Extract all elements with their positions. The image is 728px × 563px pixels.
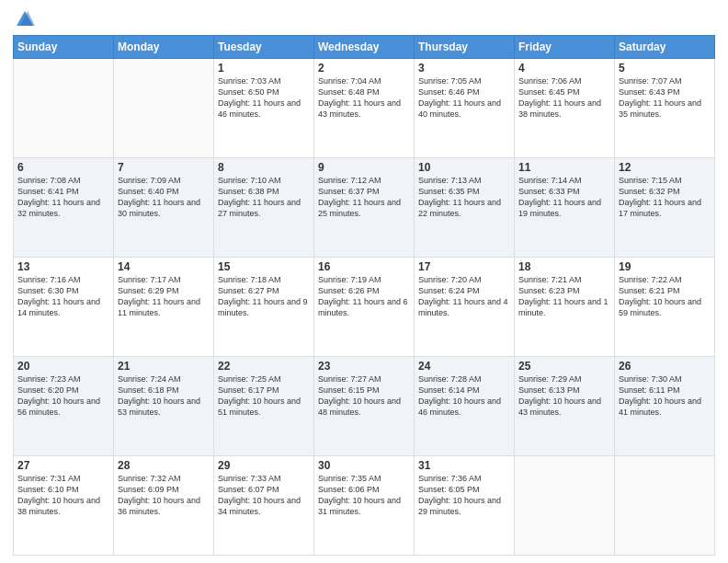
day-info: Sunrise: 7:06 AM Sunset: 6:45 PM Dayligh… [518, 75, 610, 121]
day-number: 8 [218, 161, 310, 174]
header [13, 9, 715, 29]
day-info: Sunrise: 7:08 AM Sunset: 6:41 PM Dayligh… [17, 175, 109, 220]
day-info: Sunrise: 7:14 AM Sunset: 6:33 PM Dayligh… [518, 175, 610, 220]
day-info: Sunrise: 7:13 AM Sunset: 6:35 PM Dayligh… [418, 175, 510, 220]
calendar-cell: 14Sunrise: 7:17 AM Sunset: 6:29 PM Dayli… [114, 258, 214, 357]
day-number: 5 [619, 62, 711, 75]
calendar-cell: 22Sunrise: 7:25 AM Sunset: 6:17 PM Dayli… [214, 357, 314, 456]
calendar-cell: 13Sunrise: 7:16 AM Sunset: 6:30 PM Dayli… [14, 258, 114, 357]
calendar-cell: 21Sunrise: 7:24 AM Sunset: 6:18 PM Dayli… [114, 357, 214, 456]
calendar-day-header: Friday [515, 36, 615, 59]
calendar-cell: 16Sunrise: 7:19 AM Sunset: 6:26 PM Dayli… [314, 258, 415, 357]
calendar-cell [14, 59, 114, 158]
day-number: 17 [418, 260, 510, 273]
day-info: Sunrise: 7:33 AM Sunset: 6:07 PM Dayligh… [218, 473, 310, 518]
calendar-cell: 11Sunrise: 7:14 AM Sunset: 6:33 PM Dayli… [515, 158, 615, 258]
calendar-cell: 19Sunrise: 7:22 AM Sunset: 6:21 PM Dayli… [615, 258, 715, 357]
calendar-cell: 23Sunrise: 7:27 AM Sunset: 6:15 PM Dayli… [314, 357, 415, 456]
day-number: 15 [218, 260, 310, 273]
calendar-day-header: Wednesday [314, 36, 415, 59]
day-info: Sunrise: 7:12 AM Sunset: 6:37 PM Dayligh… [318, 175, 410, 220]
calendar-day-header: Thursday [415, 36, 515, 59]
calendar-cell: 3Sunrise: 7:05 AM Sunset: 6:46 PM Daylig… [415, 59, 515, 158]
calendar-cell [114, 59, 214, 158]
day-info: Sunrise: 7:25 AM Sunset: 6:17 PM Dayligh… [218, 373, 310, 419]
day-number: 2 [318, 62, 410, 75]
calendar-cell: 25Sunrise: 7:29 AM Sunset: 6:13 PM Dayli… [515, 357, 615, 456]
day-number: 31 [418, 459, 510, 472]
day-number: 11 [518, 161, 610, 174]
calendar-header-row: SundayMondayTuesdayWednesdayThursdayFrid… [14, 36, 715, 59]
day-info: Sunrise: 7:18 AM Sunset: 6:27 PM Dayligh… [218, 274, 310, 319]
calendar-cell: 26Sunrise: 7:30 AM Sunset: 6:11 PM Dayli… [615, 357, 715, 456]
calendar-day-header: Saturday [615, 36, 715, 59]
calendar-cell: 9Sunrise: 7:12 AM Sunset: 6:37 PM Daylig… [314, 158, 415, 258]
day-info: Sunrise: 7:36 AM Sunset: 6:05 PM Dayligh… [418, 473, 510, 518]
calendar-cell: 5Sunrise: 7:07 AM Sunset: 6:43 PM Daylig… [615, 59, 715, 158]
day-number: 25 [518, 360, 610, 373]
day-info: Sunrise: 7:17 AM Sunset: 6:29 PM Dayligh… [118, 274, 210, 319]
day-number: 27 [17, 459, 109, 472]
calendar-cell: 20Sunrise: 7:23 AM Sunset: 6:20 PM Dayli… [14, 357, 114, 456]
day-number: 22 [218, 360, 310, 373]
calendar-cell: 2Sunrise: 7:04 AM Sunset: 6:48 PM Daylig… [314, 59, 415, 158]
day-info: Sunrise: 7:20 AM Sunset: 6:24 PM Dayligh… [418, 274, 510, 319]
day-number: 3 [418, 62, 510, 75]
calendar-cell [615, 456, 715, 556]
day-number: 9 [318, 161, 410, 174]
day-number: 10 [418, 161, 510, 174]
day-number: 1 [218, 62, 310, 75]
calendar-table: SundayMondayTuesdayWednesdayThursdayFrid… [13, 35, 715, 556]
day-number: 7 [118, 161, 210, 174]
calendar-cell: 27Sunrise: 7:31 AM Sunset: 6:10 PM Dayli… [14, 456, 114, 556]
day-number: 6 [17, 161, 109, 174]
calendar-cell: 8Sunrise: 7:10 AM Sunset: 6:38 PM Daylig… [214, 158, 314, 258]
day-number: 16 [318, 260, 410, 273]
day-number: 4 [518, 62, 610, 75]
day-info: Sunrise: 7:30 AM Sunset: 6:11 PM Dayligh… [619, 373, 711, 419]
day-info: Sunrise: 7:24 AM Sunset: 6:18 PM Dayligh… [118, 373, 210, 419]
day-info: Sunrise: 7:23 AM Sunset: 6:20 PM Dayligh… [17, 373, 109, 419]
day-number: 13 [17, 260, 109, 273]
day-info: Sunrise: 7:19 AM Sunset: 6:26 PM Dayligh… [318, 274, 410, 319]
calendar-cell: 24Sunrise: 7:28 AM Sunset: 6:14 PM Dayli… [415, 357, 515, 456]
day-info: Sunrise: 7:15 AM Sunset: 6:32 PM Dayligh… [619, 175, 711, 220]
calendar-cell [515, 456, 615, 556]
calendar-cell: 6Sunrise: 7:08 AM Sunset: 6:41 PM Daylig… [14, 158, 114, 258]
day-info: Sunrise: 7:03 AM Sunset: 6:50 PM Dayligh… [218, 75, 310, 121]
calendar-cell: 12Sunrise: 7:15 AM Sunset: 6:32 PM Dayli… [615, 158, 715, 258]
day-number: 18 [518, 260, 610, 273]
day-info: Sunrise: 7:09 AM Sunset: 6:40 PM Dayligh… [118, 175, 210, 220]
calendar-cell: 28Sunrise: 7:32 AM Sunset: 6:09 PM Dayli… [114, 456, 214, 556]
day-number: 29 [218, 459, 310, 472]
day-info: Sunrise: 7:35 AM Sunset: 6:06 PM Dayligh… [318, 473, 410, 518]
day-info: Sunrise: 7:05 AM Sunset: 6:46 PM Dayligh… [418, 75, 510, 121]
calendar-day-header: Monday [114, 36, 214, 59]
day-info: Sunrise: 7:32 AM Sunset: 6:09 PM Dayligh… [118, 473, 210, 518]
day-info: Sunrise: 7:21 AM Sunset: 6:23 PM Dayligh… [518, 274, 610, 319]
day-number: 28 [118, 459, 210, 472]
page: SundayMondayTuesdayWednesdayThursdayFrid… [0, 0, 728, 563]
logo-icon [15, 9, 35, 29]
day-number: 23 [318, 360, 410, 373]
day-number: 14 [118, 260, 210, 273]
calendar-cell: 30Sunrise: 7:35 AM Sunset: 6:06 PM Dayli… [314, 456, 415, 556]
day-number: 19 [619, 260, 711, 273]
calendar-cell: 29Sunrise: 7:33 AM Sunset: 6:07 PM Dayli… [214, 456, 314, 556]
day-number: 30 [318, 459, 410, 472]
calendar-cell: 4Sunrise: 7:06 AM Sunset: 6:45 PM Daylig… [515, 59, 615, 158]
day-info: Sunrise: 7:28 AM Sunset: 6:14 PM Dayligh… [418, 373, 510, 419]
day-number: 20 [17, 360, 109, 373]
day-info: Sunrise: 7:07 AM Sunset: 6:43 PM Dayligh… [619, 75, 711, 121]
day-number: 12 [619, 161, 711, 174]
calendar-cell: 17Sunrise: 7:20 AM Sunset: 6:24 PM Dayli… [415, 258, 515, 357]
calendar-day-header: Tuesday [214, 36, 314, 59]
day-info: Sunrise: 7:16 AM Sunset: 6:30 PM Dayligh… [17, 274, 109, 319]
day-number: 26 [619, 360, 711, 373]
calendar-day-header: Sunday [14, 36, 114, 59]
day-info: Sunrise: 7:04 AM Sunset: 6:48 PM Dayligh… [318, 75, 410, 121]
calendar-cell: 1Sunrise: 7:03 AM Sunset: 6:50 PM Daylig… [214, 59, 314, 158]
day-info: Sunrise: 7:31 AM Sunset: 6:10 PM Dayligh… [17, 473, 109, 518]
day-info: Sunrise: 7:10 AM Sunset: 6:38 PM Dayligh… [218, 175, 310, 220]
calendar-cell: 18Sunrise: 7:21 AM Sunset: 6:23 PM Dayli… [515, 258, 615, 357]
